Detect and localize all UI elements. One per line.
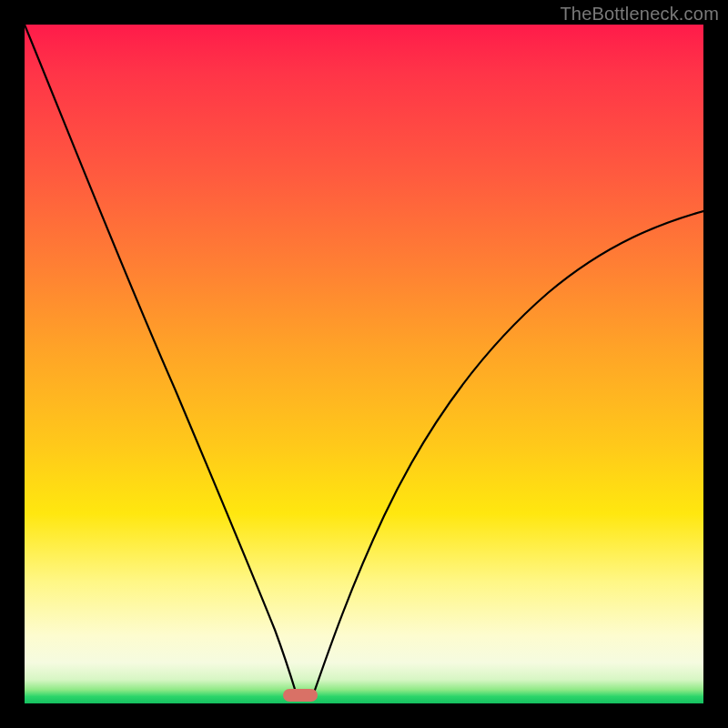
chart-frame: TheBottleneck.com <box>0 0 728 728</box>
valley-marker <box>283 689 318 702</box>
bottleneck-curve <box>25 25 703 703</box>
curve-left-branch <box>25 25 298 698</box>
watermark-text: TheBottleneck.com <box>560 4 719 25</box>
curve-right-branch <box>312 211 703 698</box>
plot-area <box>25 25 703 703</box>
